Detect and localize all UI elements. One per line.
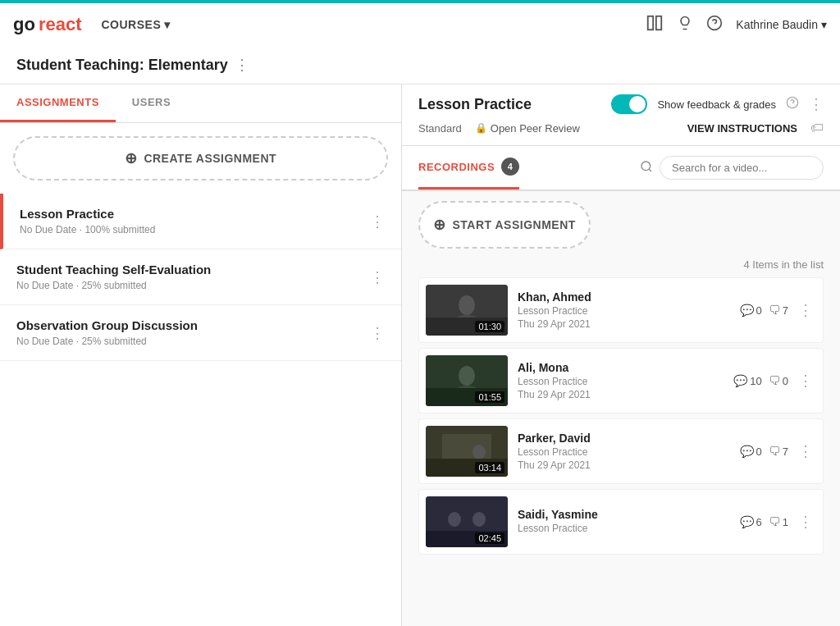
recording-more-icon[interactable]: ⋮ <box>795 439 816 464</box>
header-right: Kathrine Baudin ▾ <box>646 14 827 36</box>
recording-item-parker[interactable]: 03:14 Parker, David Lesson Practice Thu … <box>418 418 824 484</box>
peer-review: 🔒 Open Peer Review <box>475 122 580 135</box>
svg-point-16 <box>472 445 486 459</box>
comment-outline-icon: 🗨 <box>769 515 780 528</box>
recording-assignment: Lesson Practice <box>518 305 730 317</box>
search-icon[interactable] <box>640 160 653 176</box>
video-duration: 03:14 <box>475 462 504 473</box>
recording-assignment: Lesson Practice <box>518 446 730 458</box>
search-bar <box>640 156 824 180</box>
recording-name: Ali, Mona <box>518 361 724 374</box>
assignment-more-icon[interactable]: ⋮ <box>367 209 388 234</box>
assignment-item-info: Student Teaching Self-Evaluation No Due … <box>16 263 367 291</box>
right-title-actions: Show feedback & grades ⋮ <box>611 94 824 114</box>
video-duration: 01:30 <box>475 321 504 332</box>
left-panel: ASSIGNMENTS USERS ⊕ CREATE ASSIGNMENT Le… <box>0 85 402 626</box>
comment-filled-icon: 💬 <box>740 515 754 528</box>
lock-icon: 🔒 <box>475 122 487 134</box>
recording-info: Khan, Ahmed Lesson Practice Thu 29 Apr 2… <box>518 290 730 330</box>
course-options-icon[interactable]: ⋮ <box>235 56 249 74</box>
comment-outline-count: 7 <box>783 304 788 317</box>
outline-comment-group: 🗨 7 <box>769 445 788 458</box>
comment-outline-count: 0 <box>783 375 788 387</box>
recording-more-icon[interactable]: ⋮ <box>795 509 816 534</box>
user-menu[interactable]: Kathrine Baudin ▾ <box>736 18 827 31</box>
svg-rect-0 <box>648 16 653 30</box>
recording-item-ali[interactable]: 01:55 Ali, Mona Lesson Practice Thu 29 A… <box>418 348 824 414</box>
feedback-toggle[interactable] <box>611 94 647 114</box>
courses-nav[interactable]: COURSES ▾ <box>94 15 176 34</box>
assignment-meta: No Due Date · 25% submitted <box>16 336 367 347</box>
assignment-item-lesson-practice[interactable]: Lesson Practice No Due Date · 100% submi… <box>0 194 401 249</box>
comment-filled-count: 10 <box>750 375 761 387</box>
assignment-item-self-eval[interactable]: Student Teaching Self-Evaluation No Due … <box>0 249 401 305</box>
comment-filled-count: 6 <box>756 516 762 528</box>
main-layout: ASSIGNMENTS USERS ⊕ CREATE ASSIGNMENT Le… <box>0 85 840 626</box>
due-date: No Due Date <box>20 224 76 235</box>
content-area: ⊕ START ASSIGNMENT 4 Items in the list 0… <box>402 191 840 626</box>
tab-assignments[interactable]: ASSIGNMENTS <box>0 85 116 122</box>
search-input[interactable] <box>660 156 824 180</box>
comment-filled-icon: 💬 <box>733 374 747 387</box>
svg-point-20 <box>472 512 486 527</box>
video-thumbnail: 02:45 <box>426 496 508 547</box>
recording-assignment: Lesson Practice <box>518 523 730 534</box>
help-icon[interactable] <box>706 15 723 35</box>
right-more-icon[interactable]: ⋮ <box>809 95 824 113</box>
comment-outline-count: 1 <box>783 516 788 528</box>
recording-date: Thu 29 Apr 2021 <box>518 318 730 330</box>
svg-point-4 <box>641 162 651 171</box>
recordings-tab[interactable]: RECORDINGS 4 <box>418 146 519 190</box>
video-duration: 02:45 <box>475 532 504 544</box>
recording-info: Parker, David Lesson Practice Thu 29 Apr… <box>518 432 730 471</box>
filled-comment-group: 💬 6 <box>740 515 762 528</box>
view-instructions-button[interactable]: VIEW INSTRUCTIONS <box>687 122 797 135</box>
recording-assignment: Lesson Practice <box>518 376 724 387</box>
assignment-meta: No Due Date · 100% submitted <box>20 224 367 235</box>
peer-review-label: Open Peer Review <box>491 122 580 135</box>
assignment-item-observation[interactable]: Observation Group Discussion No Due Date… <box>0 305 401 361</box>
comment-outline-icon: 🗨 <box>769 304 780 317</box>
start-assignment-button[interactable]: ⊕ START ASSIGNMENT <box>418 201 591 249</box>
courses-chevron-icon: ▾ <box>164 18 171 31</box>
create-plus-icon: ⊕ <box>125 149 138 167</box>
comment-filled-count: 0 <box>756 304 762 317</box>
tab-users[interactable]: USERS <box>116 85 187 122</box>
create-assignment-button[interactable]: ⊕ CREATE ASSIGNMENT <box>13 136 388 180</box>
recording-name: Saidi, Yasmine <box>518 508 730 521</box>
right-title-row: Lesson Practice Show feedback & grades ⋮ <box>418 94 824 114</box>
recordings-tab-label: RECORDINGS <box>418 161 495 173</box>
user-chevron-icon: ▾ <box>821 18 827 31</box>
right-header: Lesson Practice Show feedback & grades ⋮… <box>402 85 840 146</box>
filled-comment-group: 💬 10 <box>733 374 761 387</box>
video-thumbnail: 03:14 <box>426 426 508 477</box>
comment-outline-icon: 🗨 <box>769 374 780 387</box>
feedback-help-icon[interactable] <box>786 96 799 112</box>
submitted-count: 25% submitted <box>81 280 146 291</box>
svg-line-5 <box>649 169 651 171</box>
recording-more-icon[interactable]: ⋮ <box>795 298 816 322</box>
recording-name: Parker, David <box>518 432 730 445</box>
assignment-more-icon[interactable]: ⋮ <box>367 321 388 345</box>
recordings-bar: RECORDINGS 4 <box>402 146 840 191</box>
assignment-list: Lesson Practice No Due Date · 100% submi… <box>0 194 401 626</box>
submitted-count: 100% submitted <box>84 224 155 235</box>
logo-react: react <box>39 14 82 35</box>
assignment-more-icon[interactable]: ⋮ <box>367 265 388 290</box>
recording-item-khan[interactable]: 01:30 Khan, Ahmed Lesson Practice Thu 29… <box>418 277 824 343</box>
start-plus-icon: ⊕ <box>433 216 446 234</box>
assignment-name: Lesson Practice <box>20 207 367 221</box>
recording-more-icon[interactable]: ⋮ <box>795 368 816 393</box>
recording-actions: 💬 6 🗨 1 ⋮ <box>740 509 816 534</box>
library-icon[interactable] <box>646 14 664 36</box>
svg-rect-1 <box>656 16 661 30</box>
feedback-label: Show feedback & grades <box>657 98 776 111</box>
assignment-item-info: Lesson Practice No Due Date · 100% submi… <box>20 207 367 235</box>
recording-actions: 💬 0 🗨 7 ⋮ <box>740 298 816 322</box>
right-panel: Lesson Practice Show feedback & grades ⋮… <box>402 85 840 626</box>
recording-item-saidi[interactable]: 02:45 Saidi, Yasmine Lesson Practice 💬 6… <box>418 489 824 555</box>
start-assignment-label: START ASSIGNMENT <box>453 218 576 231</box>
recording-info: Ali, Mona Lesson Practice Thu 29 Apr 202… <box>518 361 724 400</box>
due-date: No Due Date <box>16 336 73 347</box>
lightbulb-icon[interactable] <box>677 15 693 35</box>
